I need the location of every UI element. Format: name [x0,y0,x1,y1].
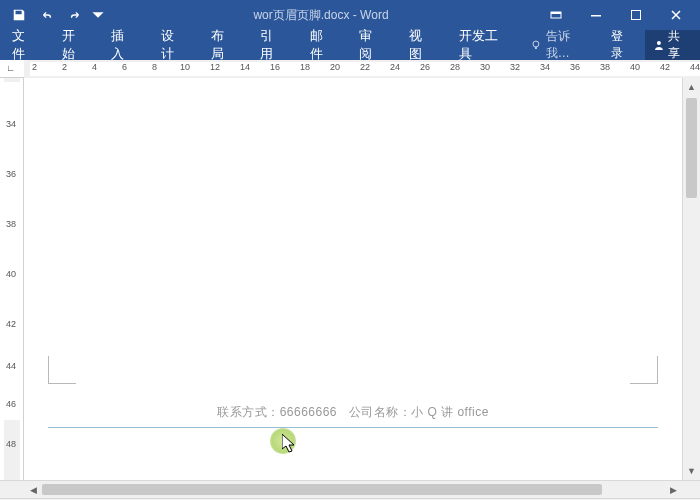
ruler-tick: 32 [510,62,520,72]
footer-rule-line [48,427,658,428]
svg-rect-2 [591,15,601,17]
svg-rect-3 [632,11,641,20]
horizontal-ruler[interactable]: ∟ 2 2 4 6 8 10 12 14 16 18 20 22 24 26 2… [0,60,700,78]
scroll-right-button[interactable]: ▶ [664,481,682,498]
ruler-tick: 48 [6,439,16,449]
ruler-corner: ∟ [6,63,15,73]
vertical-ruler[interactable]: 34 36 38 40 42 44 46 48 [0,78,24,480]
minimize-button[interactable] [576,0,616,30]
footer-company-value: 小 Q 讲 office [411,405,489,419]
ruler-tick: 18 [300,62,310,72]
footer-contact-label: 联系方式： [217,405,280,419]
footer-text: 联系方式：66666666 公司名称：小 Q 讲 office [48,404,658,421]
undo-button[interactable] [34,2,60,28]
ruler-tick: 38 [6,219,16,229]
scroll-thumb-horizontal[interactable] [42,484,602,495]
redo-button[interactable] [62,2,88,28]
ruler-tick: 40 [630,62,640,72]
tab-home[interactable]: 开始 [50,30,100,60]
footer-margin-mark-right [630,356,658,384]
svg-rect-5 [535,47,537,49]
save-icon [12,8,26,22]
ruler-tick: 30 [480,62,490,72]
ruler-tick: 16 [270,62,280,72]
footer-contact-value: 66666666 [280,405,337,419]
scroll-left-button[interactable]: ◀ [24,481,42,498]
ruler-tick: 42 [6,319,16,329]
maximize-icon [630,9,642,21]
scroll-down-button[interactable]: ▼ [683,462,700,480]
ruler-tick: 44 [690,62,700,72]
ruler-tick: 22 [360,62,370,72]
tab-view[interactable]: 视图 [397,30,447,60]
ruler-tick: 36 [570,62,580,72]
tab-mailings[interactable]: 邮件 [298,30,348,60]
svg-rect-1 [551,12,561,14]
ribbon-options-icon [550,9,562,21]
tab-design[interactable]: 设计 [149,30,199,60]
ruler-tick: 10 [180,62,190,72]
minimize-icon [590,9,602,21]
ruler-tick: 14 [240,62,250,72]
quick-access-toolbar [0,2,106,28]
ruler-tick: 2 [62,62,67,72]
tab-file[interactable]: 文件 [0,30,50,60]
ruler-tick: 26 [420,62,430,72]
close-button[interactable] [656,0,696,30]
ribbon-tabs: 文件 开始 插入 设计 布局 引用 邮件 审阅 视图 开发工具 告诉我… 登录 … [0,30,700,60]
account-signin[interactable]: 登录 [601,30,645,60]
ruler-tick: 36 [6,169,16,179]
ruler-tick: 40 [6,269,16,279]
share-label: 共享 [668,28,692,62]
lightbulb-icon [530,39,542,51]
mouse-cursor-icon [282,434,298,458]
tab-developer[interactable]: 开发工具 [447,30,522,60]
ruler-tick: 38 [600,62,610,72]
share-button[interactable]: 共享 [645,30,700,60]
ruler-tick: 42 [660,62,670,72]
tab-insert[interactable]: 插入 [99,30,149,60]
ruler-h-track: 2 2 4 6 8 10 12 14 16 18 20 22 24 26 28 … [24,60,700,78]
ruler-tick: 6 [122,62,127,72]
ribbon-display-button[interactable] [536,0,576,30]
person-icon [653,39,665,51]
redo-icon [68,8,82,22]
scroll-up-button[interactable]: ▲ [683,78,700,96]
tell-me-search[interactable]: 告诉我… [522,30,601,60]
svg-point-4 [533,41,539,47]
ruler-tick: 2 [32,62,37,72]
tell-me-label: 告诉我… [546,28,593,62]
ruler-tick: 20 [330,62,340,72]
chevron-down-icon [91,8,105,22]
ruler-tick: 34 [540,62,550,72]
ruler-tick: 34 [6,119,16,129]
tab-review[interactable]: 审阅 [347,30,397,60]
tab-references[interactable]: 引用 [248,30,298,60]
save-button[interactable] [6,2,32,28]
ruler-tick: 4 [92,62,97,72]
footer-company-label: 公司名称： [349,405,412,419]
tab-layout[interactable]: 布局 [199,30,249,60]
page-footer[interactable]: 联系方式：66666666 公司名称：小 Q 讲 office [48,404,658,428]
horizontal-scrollbar[interactable]: ◀ ▶ [0,480,700,498]
ruler-tick: 28 [450,62,460,72]
footer-margin-mark-left [48,356,76,384]
qat-customize-button[interactable] [90,2,106,28]
ruler-tick: 12 [210,62,220,72]
scroll-thumb-vertical[interactable] [686,98,697,198]
maximize-button[interactable] [616,0,656,30]
close-icon [670,9,682,21]
ruler-tick: 46 [6,399,16,409]
document-area[interactable]: 联系方式：66666666 公司名称：小 Q 讲 office [24,78,682,480]
ruler-tick: 8 [152,62,157,72]
title-bar: wor页眉页脚.docx - Word [0,0,700,30]
svg-point-6 [657,41,661,45]
ruler-tick: 24 [390,62,400,72]
workspace: 34 36 38 40 42 44 46 48 联系方式：66666666 公司… [0,78,700,480]
window-title: wor页眉页脚.docx - Word [106,7,536,24]
window-controls [536,0,700,30]
page[interactable]: 联系方式：66666666 公司名称：小 Q 讲 office [38,84,668,474]
undo-icon [40,8,54,22]
ruler-tick: 44 [6,361,16,371]
vertical-scrollbar[interactable]: ▲ ▼ [682,78,700,480]
